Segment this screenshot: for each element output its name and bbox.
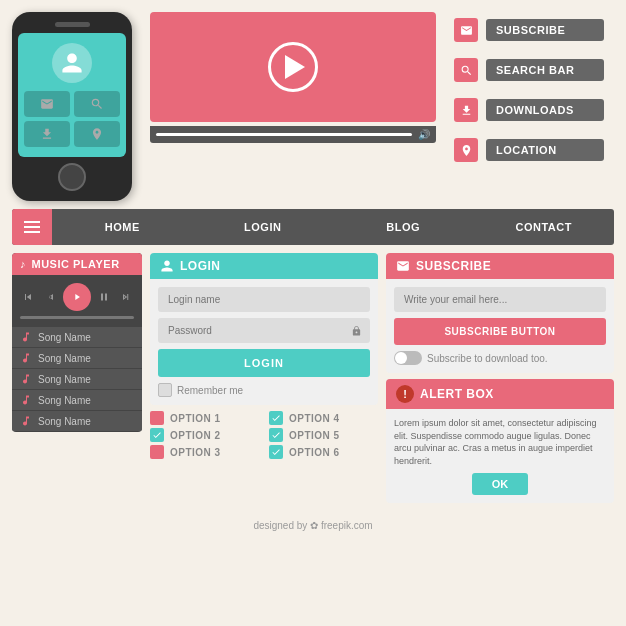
checkbox-option6[interactable] [269, 445, 283, 459]
nav-items: HOME LOGIN BLOG CONTACT [52, 211, 614, 243]
searchbar-button[interactable]: SEARCH BAR [444, 52, 614, 88]
checkbox-option3[interactable] [150, 445, 164, 459]
play-button[interactable] [268, 42, 318, 92]
login-section: LOGIN LOGIN Remember me [150, 253, 378, 503]
pause-button[interactable] [95, 288, 113, 306]
video-section: 🔊 [150, 12, 436, 201]
alert-ok-button[interactable]: OK [472, 473, 529, 495]
progress-bar[interactable] [156, 133, 412, 136]
alert-header: ! ALERT BOX [386, 379, 614, 409]
hamburger-line [24, 221, 40, 223]
nav-blog[interactable]: BLOG [333, 211, 474, 243]
login-box: LOGIN LOGIN Remember me [150, 253, 378, 405]
subscribe-header: SUBSCRIBE [386, 253, 614, 279]
avatar [52, 43, 92, 83]
option-6[interactable]: OPTION 6 [269, 445, 378, 459]
ui-buttons: SUBSCRIBE SEARCH BAR DOWNLOADS LOCATION [444, 12, 614, 201]
song-list: Song Name Song Name Song Name Song Name [12, 327, 142, 432]
music-player-widget: ♪ MUSIC PLAYER [12, 253, 142, 432]
subscribe-button[interactable]: SUBSCRIBE BUTTON [394, 318, 606, 345]
remember-checkbox[interactable] [158, 383, 172, 397]
play-icon [285, 55, 305, 79]
prev-button[interactable] [41, 288, 59, 306]
phone-search-icon [74, 91, 120, 117]
navigation-bar: HOME LOGIN BLOG CONTACT [12, 209, 614, 245]
phone-icons [24, 91, 120, 147]
search-icon [454, 58, 478, 82]
main-widgets: ♪ MUSIC PLAYER [12, 253, 614, 503]
login-button[interactable]: LOGIN [158, 349, 370, 377]
video-controls: 🔊 [150, 126, 436, 143]
subscribe-box: SUBSCRIBE SUBSCRIBE BUTTON Subscribe to … [386, 253, 614, 373]
phone-home-button[interactable] [58, 163, 86, 191]
option-5[interactable]: OPTION 5 [269, 428, 378, 442]
remember-wrap: Remember me [158, 383, 370, 397]
prev-prev-button[interactable] [19, 288, 37, 306]
phone-speaker [55, 22, 90, 27]
lock-icon [351, 325, 362, 336]
mail-icon [454, 18, 478, 42]
subscribe-mail-icon [396, 259, 410, 273]
download-toggle-wrap: Subscribe to download too. [394, 351, 606, 365]
phone-section [12, 12, 142, 201]
login-header: LOGIN [150, 253, 378, 279]
subscribe-form: SUBSCRIBE BUTTON Subscribe to download t… [386, 279, 614, 373]
nav-contact[interactable]: CONTACT [474, 211, 615, 243]
alert-content: Lorem ipsum dolor sit amet, consectetur … [386, 409, 614, 503]
username-input[interactable] [158, 287, 370, 312]
option-3[interactable]: OPTION 3 [150, 445, 259, 459]
music-header: ♪ MUSIC PLAYER [12, 253, 142, 275]
song-item[interactable]: Song Name [12, 369, 142, 389]
password-input[interactable] [158, 318, 370, 343]
checkbox-option1[interactable] [150, 411, 164, 425]
music-player: ♪ MUSIC PLAYER [12, 253, 142, 503]
nav-login[interactable]: LOGIN [193, 211, 334, 243]
play-pause-button[interactable] [63, 283, 91, 311]
volume-icon: 🔊 [418, 129, 430, 140]
checkbox-option2[interactable] [150, 428, 164, 442]
song-item[interactable]: Song Name [12, 348, 142, 368]
next-button[interactable] [117, 288, 135, 306]
footer: designed by ✿ freepik.com [12, 511, 614, 537]
hamburger-line [24, 231, 40, 233]
password-wrap [158, 318, 370, 343]
phone-mail-icon [24, 91, 70, 117]
option-1[interactable]: OPTION 1 [150, 411, 259, 425]
song-item[interactable]: Song Name [12, 390, 142, 410]
checkbox-option5[interactable] [269, 428, 283, 442]
option-2[interactable]: OPTION 2 [150, 428, 259, 442]
alert-box: ! ALERT BOX Lorem ipsum dolor sit amet, … [386, 379, 614, 503]
alert-icon: ! [396, 385, 414, 403]
location-button[interactable]: LOCATION [444, 132, 614, 168]
email-input[interactable] [394, 287, 606, 312]
music-controls [12, 275, 142, 327]
right-column: SUBSCRIBE SUBSCRIBE BUTTON Subscribe to … [386, 253, 614, 503]
hamburger-menu[interactable] [12, 209, 52, 245]
location-icon [454, 138, 478, 162]
phone [12, 12, 132, 201]
downloads-button[interactable]: DOWNLOADS [444, 92, 614, 128]
phone-screen [18, 33, 126, 157]
music-buttons [19, 283, 135, 311]
checkbox-option4[interactable] [269, 411, 283, 425]
song-item[interactable]: Song Name [12, 327, 142, 347]
nav-home[interactable]: HOME [52, 211, 193, 243]
music-progress[interactable] [20, 316, 134, 319]
option-4[interactable]: OPTION 4 [269, 411, 378, 425]
phone-download-icon [24, 121, 70, 147]
hamburger-line [24, 226, 40, 228]
download-icon [454, 98, 478, 122]
options-grid: OPTION 1 OPTION 4 OPTION 2 [150, 411, 378, 459]
music-note-icon: ♪ [20, 258, 26, 270]
song-item[interactable]: Song Name [12, 411, 142, 431]
login-form: LOGIN Remember me [150, 279, 378, 405]
subscribe-button[interactable]: SUBSCRIBE [444, 12, 614, 48]
phone-location-icon [74, 121, 120, 147]
download-toggle[interactable] [394, 351, 422, 365]
video-player[interactable] [150, 12, 436, 122]
